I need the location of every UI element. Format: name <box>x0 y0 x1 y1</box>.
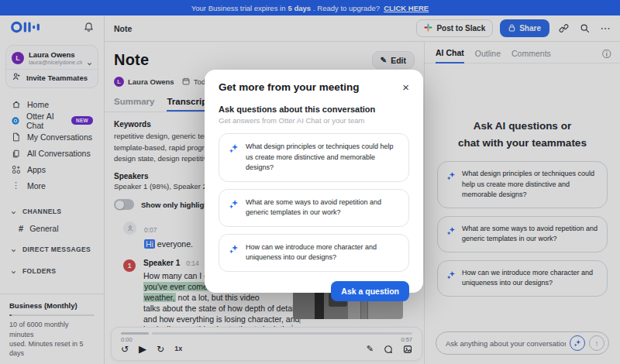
otter-app: Your Business trial expires in 5 days. R… <box>0 0 620 364</box>
modal-subtitle: Ask questions about this conversation <box>219 105 409 114</box>
ask-a-question-button[interactable]: Ask a question <box>331 281 409 301</box>
ai-sparkle-icon <box>229 143 239 173</box>
suggested-question-text: What design principles or techniques cou… <box>246 142 399 173</box>
suggested-question-card[interactable]: What are some ways to avoid repetition a… <box>219 189 409 227</box>
modal-title: Get more from your meeting <box>219 81 360 93</box>
ai-sparkle-icon <box>229 198 239 218</box>
get-more-modal: Get more from your meeting × Ask questio… <box>205 70 423 293</box>
suggested-question-text: How can we introduce more character and … <box>246 242 399 263</box>
close-icon[interactable]: × <box>402 81 409 93</box>
suggested-question-text: What are some ways to avoid repetition a… <box>246 197 399 218</box>
modal-subtext: Get answers from Otter AI Chat or your t… <box>219 116 409 125</box>
suggested-question-card[interactable]: How can we introduce more character and … <box>219 234 409 272</box>
ai-sparkle-icon <box>229 243 239 263</box>
suggested-question-card[interactable]: What design principles or techniques cou… <box>219 133 409 182</box>
